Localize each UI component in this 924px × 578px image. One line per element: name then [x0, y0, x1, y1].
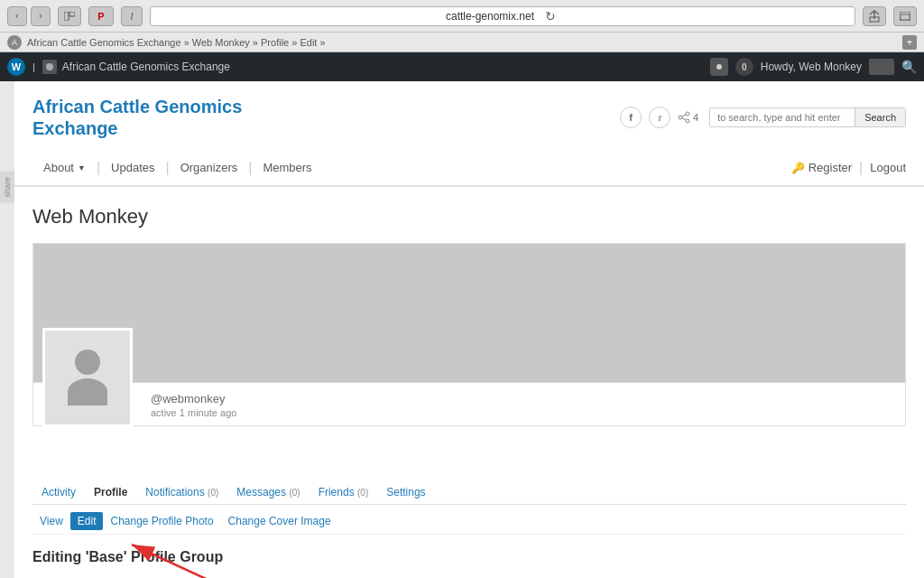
search-input[interactable] — [710, 108, 855, 126]
site-nav: About ▼ | Updates | Organizers | Members — [32, 150, 906, 185]
search-button[interactable]: Search — [855, 108, 905, 126]
profile-name: Web Monkey — [32, 205, 906, 228]
nav-item-organizers[interactable]: Organizers — [170, 157, 249, 178]
howdy-text: Howdy, Web Monkey — [761, 61, 862, 73]
notifications-button[interactable] — [710, 58, 728, 76]
share-label[interactable]: share — [0, 172, 14, 203]
svg-line-9 — [682, 118, 686, 120]
tab-messages[interactable]: Messages (0) — [227, 480, 309, 504]
url-bar[interactable]: cattle-genomix.net ↻ — [150, 6, 855, 26]
wp-admin-bar: W | African Cattle Genomics Exchange 0 H… — [0, 52, 924, 81]
share-count: 4 — [678, 111, 698, 124]
svg-line-8 — [682, 115, 686, 117]
site-header: African Cattle Genomics Exchange f 𝕣 4 — [14, 81, 924, 187]
svg-point-5 — [679, 116, 682, 119]
site-title[interactable]: African Cattle Genomics Exchange — [32, 96, 242, 139]
back-button[interactable]: ‹ — [7, 6, 27, 26]
avatar-area — [42, 328, 133, 427]
logout-button[interactable]: Logout — [870, 161, 906, 174]
forward-button[interactable]: › — [31, 6, 51, 26]
pinterest-button[interactable]: P — [88, 6, 114, 26]
profile-tabs: Activity Profile Notifications (0) Messa… — [32, 480, 906, 505]
avatar-body — [68, 378, 107, 406]
browser-info-bar: A African Cattle Genomics Exchange » Web… — [0, 33, 924, 52]
breadcrumb-text: African Cattle Genomics Exchange » Web M… — [27, 37, 326, 48]
dropdown-icon: ▼ — [78, 163, 86, 172]
sub-tab-edit[interactable]: Edit — [70, 512, 104, 530]
user-avatar-bar — [869, 59, 894, 75]
header-actions: f 𝕣 4 Search — [620, 107, 906, 128]
share-sidebar: share — [0, 81, 14, 578]
wp-admin-right: 0 Howdy, Web Monkey 🔍 — [710, 58, 917, 76]
wp-search-icon[interactable]: 🔍 — [901, 60, 917, 74]
info-button[interactable]: I — [121, 6, 143, 26]
header-top: African Cattle Genomics Exchange f 𝕣 4 — [32, 96, 906, 139]
profile-handle: @webmonkey — [151, 392, 905, 406]
wp-site-name[interactable]: African Cattle Genomics Exchange — [62, 61, 230, 73]
tab-profile[interactable]: Profile — [85, 480, 136, 504]
twitter-icon[interactable]: 𝕣 — [649, 107, 670, 128]
browser-top-bar: ‹ › P I cattle-genomix.net ↻ — [0, 0, 924, 33]
info-icon: A — [7, 35, 22, 50]
main-content: African Cattle Genomics Exchange f 𝕣 4 — [14, 81, 924, 578]
search-form: Search — [709, 107, 906, 127]
tab-settings[interactable]: Settings — [377, 480, 434, 504]
register-button[interactable]: 🔑 Register — [791, 161, 852, 174]
window-toggle-button[interactable] — [58, 6, 81, 26]
tab-friends[interactable]: Friends (0) — [310, 480, 378, 504]
cover-photo[interactable] — [32, 243, 906, 383]
new-tab-button[interactable]: + — [902, 35, 917, 50]
share-button[interactable] — [863, 6, 886, 26]
fullscreen-button[interactable] — [893, 6, 917, 26]
nav-separator-4: | — [859, 160, 863, 176]
tab-notifications[interactable]: Notifications (0) — [136, 480, 227, 504]
sub-tab-change-cover[interactable]: Change Cover Image — [221, 512, 338, 530]
svg-point-6 — [686, 112, 689, 116]
avatar-head — [75, 350, 100, 375]
nav-item-about[interactable]: About ▼ — [32, 157, 97, 178]
nav-right: 🔑 Register | Logout — [791, 160, 906, 176]
wp-logo[interactable]: W — [7, 58, 25, 76]
nav-item-members[interactable]: Members — [252, 157, 322, 178]
svg-point-7 — [686, 119, 689, 123]
svg-rect-1 — [69, 12, 75, 16]
svg-rect-4 — [901, 14, 910, 20]
profile-cover-section: @webmonkey active 1 minute ago — [32, 243, 906, 426]
nav-item-updates[interactable]: Updates — [100, 157, 165, 178]
tab-activity[interactable]: Activity — [32, 480, 85, 504]
profile-form: Editing 'Base' Profile Group Name (requi… — [32, 549, 906, 578]
facebook-icon[interactable]: f — [620, 107, 642, 128]
social-icons: f 𝕣 4 — [620, 107, 698, 128]
user-avatar-admin: 0 — [735, 58, 753, 76]
profile-info-bar: @webmonkey active 1 minute ago — [32, 383, 906, 426]
sub-tab-view[interactable]: View — [32, 512, 70, 530]
page-body: Web Monkey @webmonkey active 1 minute ag… — [14, 187, 924, 578]
svg-rect-0 — [64, 12, 69, 21]
reload-button[interactable]: ↻ — [541, 7, 559, 25]
avatar-placeholder — [68, 350, 107, 406]
form-title: Editing 'Base' Profile Group — [32, 549, 906, 565]
site-icon — [42, 60, 57, 74]
sub-tab-change-photo[interactable]: Change Profile Photo — [103, 512, 220, 530]
sub-tabs: View Edit Change Profile Photo Change Co… — [32, 512, 906, 535]
profile-active-status: active 1 minute ago — [151, 407, 905, 418]
